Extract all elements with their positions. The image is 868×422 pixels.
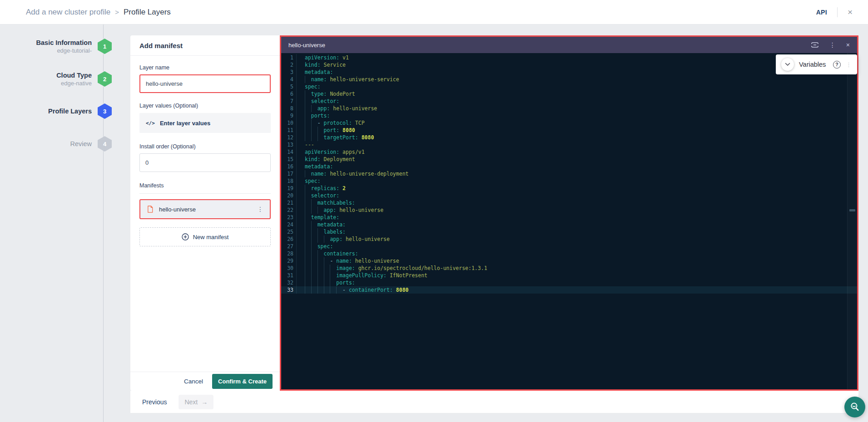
wizard-footer: Previous Next →: [130, 391, 858, 413]
code-line: 19replicas: 2: [281, 185, 857, 192]
code-line: 21matchLabels:: [281, 199, 857, 206]
new-manifest-label: New manifest: [193, 234, 229, 240]
line-number: 25: [281, 228, 297, 236]
line-number: 22: [281, 206, 297, 214]
close-icon[interactable]: ×: [846, 42, 850, 48]
magnifier-smile-icon: [849, 401, 861, 413]
manifest-item-name: hello-universe: [159, 206, 250, 213]
step-sublabel: edge-tutorial-: [57, 47, 92, 54]
line-number: 4: [281, 76, 297, 83]
step-sublabel: edge-native: [61, 80, 92, 87]
step-label: Profile Layers: [48, 108, 92, 115]
app-window: Add a new cluster profile > Profile Laye…: [0, 0, 868, 422]
line-number: 8: [281, 105, 297, 112]
line-number: 1: [281, 54, 297, 61]
breadcrumb-parent[interactable]: Add a new cluster profile: [26, 8, 110, 17]
code-icon: </>: [146, 120, 155, 126]
code-editor[interactable]: 1apiVersion: v12kind: Service3metadata:4…: [281, 53, 857, 389]
line-number: 31: [281, 272, 297, 279]
breadcrumb-current: Profile Layers: [124, 8, 171, 17]
line-number: 5: [281, 83, 297, 90]
line-number: 19: [281, 185, 297, 192]
help-search-fab[interactable]: [844, 397, 865, 417]
line-number: 12: [281, 134, 297, 141]
split-view-icon[interactable]: [811, 42, 819, 48]
enter-layer-values-button[interactable]: </> Enter layer values: [139, 113, 271, 133]
code-line: 18spec:: [281, 177, 857, 185]
next-button[interactable]: Next →: [179, 395, 213, 409]
line-number: 10: [281, 119, 297, 127]
line-number: 16: [281, 163, 297, 170]
help-icon[interactable]: ?: [833, 61, 841, 69]
line-number: 28: [281, 250, 297, 257]
cancel-button[interactable]: Cancel: [184, 378, 203, 385]
step-badge: 1: [98, 39, 112, 54]
line-number: 11: [281, 127, 297, 134]
step-profile-layers[interactable]: Profile Layers3: [0, 103, 112, 119]
arrow-right-icon: →: [201, 398, 208, 406]
manifests-label: Manifests: [139, 182, 271, 189]
line-number: 6: [281, 90, 297, 98]
code-line: 6type: NodePort: [281, 90, 857, 98]
step-review[interactable]: Review4: [0, 136, 112, 152]
editor-scrollbar[interactable]: [847, 53, 857, 389]
new-manifest-button[interactable]: New manifest: [139, 227, 271, 246]
install-order-input[interactable]: [139, 153, 271, 172]
code-line: 3metadata:: [281, 69, 857, 76]
enter-layer-values-label: Enter layer values: [160, 120, 210, 127]
step-badge: 3: [98, 103, 112, 119]
layer-name-label: Layer name: [139, 64, 271, 71]
line-number: 21: [281, 199, 297, 206]
page-body: Basic Informationedge-tutorial-1Cloud Ty…: [0, 25, 868, 422]
code-line: 1apiVersion: v1: [281, 54, 857, 61]
chevron-down-icon[interactable]: [781, 58, 794, 71]
code-line: 11port: 8080: [281, 127, 857, 134]
line-number: 33: [281, 286, 297, 294]
editor-header: hello-universe ⋮ ×: [281, 37, 857, 53]
variables-label: Variables: [799, 61, 828, 68]
scrollbar-thumb[interactable]: [849, 209, 855, 211]
layer-values-label: Layer values (Optional): [139, 103, 271, 109]
confirm-create-button[interactable]: Confirm & Create: [212, 374, 273, 389]
code-line: 15kind: Deployment: [281, 156, 857, 163]
code-line: 26app: hello-universe: [281, 236, 857, 243]
code-line: 5spec:: [281, 83, 857, 90]
variables-panel: Variables ? ⋮: [776, 54, 857, 74]
breadcrumb-separator: >: [115, 8, 119, 16]
code-line: 28containers:: [281, 250, 857, 257]
code-line: 25labels:: [281, 228, 857, 236]
code-line: 9ports:: [281, 112, 857, 119]
code-line: 29- name: hello-universe: [281, 257, 857, 265]
step-cloud-type[interactable]: Cloud Typeedge-native2: [0, 71, 112, 87]
code-line: 33- containerPort: 8080: [281, 286, 857, 294]
manifest-item[interactable]: hello-universe ⋮: [139, 199, 271, 219]
line-number: 32: [281, 279, 297, 286]
line-number: 24: [281, 221, 297, 228]
line-number: 7: [281, 98, 297, 105]
code-line: 23template:: [281, 214, 857, 221]
kebab-menu-icon[interactable]: ⋮: [255, 205, 265, 214]
step-badge: 4: [98, 136, 112, 152]
previous-button[interactable]: Previous: [142, 398, 167, 406]
line-number: 20: [281, 192, 297, 199]
step-basic-information[interactable]: Basic Informationedge-tutorial-1: [0, 39, 112, 54]
code-line: 13---: [281, 141, 857, 148]
plus-circle-icon: [182, 233, 189, 240]
line-number: 18: [281, 177, 297, 185]
step-label: Cloud Type: [56, 72, 92, 79]
line-number: 2: [281, 61, 297, 69]
layer-name-input[interactable]: [139, 74, 271, 93]
code-line: 16metadata:: [281, 163, 857, 170]
line-number: 15: [281, 156, 297, 163]
kebab-menu-icon[interactable]: ⋮: [846, 61, 852, 68]
line-number: 3: [281, 69, 297, 76]
code-line: 7selector:: [281, 98, 857, 105]
code-line: 4name: hello-universe-service: [281, 76, 857, 83]
manifests-divider: [139, 193, 271, 194]
api-button[interactable]: API: [816, 9, 827, 16]
close-icon[interactable]: ×: [848, 8, 853, 16]
kebab-menu-icon[interactable]: ⋮: [829, 42, 836, 48]
code-line: 27spec:: [281, 243, 857, 250]
line-number: 23: [281, 214, 297, 221]
top-bar: Add a new cluster profile > Profile Laye…: [0, 0, 868, 25]
